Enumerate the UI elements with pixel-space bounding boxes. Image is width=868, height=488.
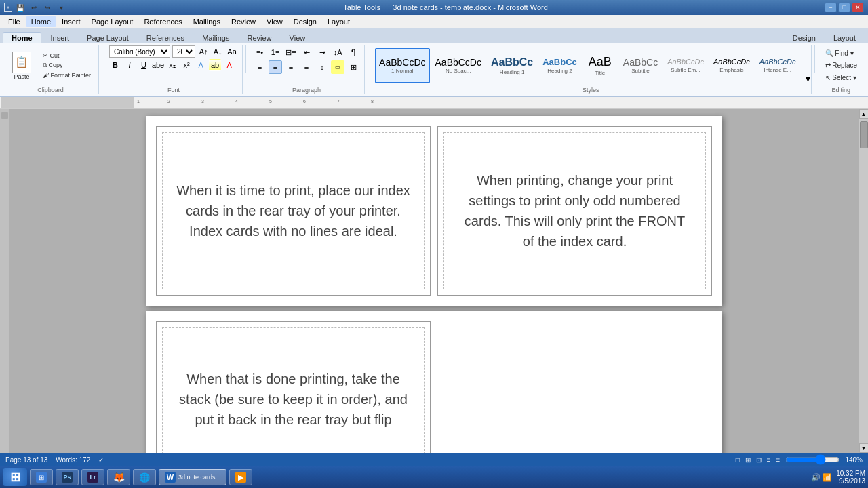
tab-references[interactable]: References bbox=[138, 33, 193, 43]
underline-button[interactable]: U bbox=[138, 59, 150, 71]
bullets-button[interactable]: ≡• bbox=[253, 45, 267, 59]
doc-scroll-area[interactable]: When it is time to print, place our inde… bbox=[9, 109, 859, 453]
font-color-button[interactable]: A bbox=[223, 59, 235, 71]
tab-view[interactable]: View bbox=[281, 33, 314, 43]
card-2-outer[interactable]: When printing, change your print setting… bbox=[437, 126, 712, 296]
style-emphasis[interactable]: AaBbCcDc Emphasis bbox=[709, 48, 754, 83]
sort-button[interactable]: ↕A bbox=[331, 45, 344, 59]
clear-format-button[interactable]: Aa bbox=[226, 45, 238, 58]
minimize-button[interactable]: − bbox=[825, 3, 837, 12]
style-subtitle[interactable]: AaBbCc Subtitle bbox=[619, 48, 662, 83]
taskbar-windows-btn[interactable]: ⊞ bbox=[30, 469, 53, 485]
view-outline[interactable]: ≡ bbox=[767, 456, 771, 464]
scroll-thumb[interactable] bbox=[860, 121, 868, 148]
scroll-down-arrow[interactable]: ▼ bbox=[859, 443, 869, 453]
tab-home[interactable]: Home bbox=[3, 32, 41, 43]
align-right-button[interactable]: ≡ bbox=[284, 60, 298, 74]
lightroom-icon: Lr bbox=[87, 472, 98, 483]
menu-design[interactable]: Design bbox=[288, 16, 322, 27]
superscript-button[interactable]: x² bbox=[180, 59, 193, 71]
font-size-select[interactable]: 20 bbox=[172, 45, 195, 58]
paste-button[interactable]: 📋 Paste bbox=[7, 48, 37, 83]
clipboard-group: 📋 Paste ✂ Cut ⧉ Copy 🖌 Format Painter Cl… bbox=[3, 45, 99, 94]
highlight-button[interactable]: ab bbox=[209, 59, 221, 71]
tab-review[interactable]: Review bbox=[239, 33, 279, 43]
tab-insert[interactable]: Insert bbox=[43, 33, 78, 43]
menu-insert[interactable]: Insert bbox=[56, 16, 86, 27]
card-3-outer[interactable]: When that is done printing, take the sta… bbox=[156, 321, 431, 453]
style-subtle-em[interactable]: AaBbCcDc Subtle Em... bbox=[663, 48, 708, 83]
style-intense-em[interactable]: AaBbCcDc Intense E... bbox=[755, 48, 800, 83]
style-heading1[interactable]: AaBbCc Heading 1 bbox=[487, 48, 537, 83]
menu-references[interactable]: References bbox=[138, 16, 187, 27]
increase-indent-button[interactable]: ⇥ bbox=[315, 45, 329, 59]
taskbar-word-btn[interactable]: W 3d note cards... bbox=[159, 469, 226, 485]
tab-mailings[interactable]: Mailings bbox=[194, 33, 237, 43]
view-full-screen[interactable]: ⊞ bbox=[745, 456, 751, 464]
card-1-outer[interactable]: When it is time to print, place our inde… bbox=[156, 126, 431, 296]
menu-home[interactable]: Home bbox=[26, 16, 56, 27]
find-button[interactable]: 🔍 Find ▾ bbox=[822, 48, 861, 58]
scrollbar-vertical[interactable]: ▲ ▼ bbox=[859, 109, 868, 453]
tab-layout[interactable]: Layout bbox=[825, 33, 864, 43]
copy-button[interactable]: ⧉ Copy bbox=[39, 60, 94, 70]
strikethrough-button[interactable]: abe bbox=[152, 59, 164, 71]
menu-view[interactable]: View bbox=[261, 16, 288, 27]
justify-button[interactable]: ≡ bbox=[300, 60, 313, 74]
side-btn-1[interactable] bbox=[1, 112, 8, 119]
style-no-space[interactable]: AaBbCcDc No Spac... bbox=[431, 48, 486, 83]
taskbar-photoshop-btn[interactable]: Ps bbox=[56, 469, 79, 485]
italic-button[interactable]: I bbox=[123, 59, 136, 71]
word-icon: W bbox=[165, 472, 176, 483]
view-draft[interactable]: ≡ bbox=[776, 456, 781, 464]
quick-save[interactable]: 💾 bbox=[15, 2, 26, 13]
quick-undo[interactable]: ↩ bbox=[28, 2, 39, 13]
bold-button[interactable]: B bbox=[109, 59, 121, 71]
align-left-button[interactable]: ≡ bbox=[253, 60, 267, 74]
taskbar-firefox-btn[interactable]: 🦊 bbox=[107, 469, 130, 485]
styles-more-button[interactable]: ▾ bbox=[802, 72, 815, 85]
close-button[interactable]: ✕ bbox=[852, 3, 864, 12]
shading-button[interactable]: ▭ bbox=[331, 60, 344, 74]
menu-file[interactable]: File bbox=[3, 16, 26, 27]
style-heading2[interactable]: AaBbCc Heading 2 bbox=[538, 48, 581, 83]
menu-page-layout[interactable]: Page Layout bbox=[86, 16, 139, 27]
customize-qa[interactable]: ▾ bbox=[56, 2, 66, 13]
view-web-layout[interactable]: ⊡ bbox=[756, 456, 762, 464]
align-center-button[interactable]: ≡ bbox=[269, 60, 282, 74]
replace-button[interactable]: ⇄ Replace bbox=[822, 60, 861, 70]
taskbar-lightroom-btn[interactable]: Lr bbox=[81, 469, 104, 485]
font-family-select[interactable]: Calibri (Body) bbox=[109, 45, 170, 58]
style-normal[interactable]: AaBbCcDc 1 Normal bbox=[375, 48, 429, 83]
select-button[interactable]: ↖ Select ▾ bbox=[822, 73, 861, 83]
show-para-button[interactable]: ¶ bbox=[347, 45, 360, 59]
scroll-up-arrow[interactable]: ▲ bbox=[859, 109, 869, 119]
format-painter-button[interactable]: 🖌 Format Painter bbox=[39, 70, 94, 80]
multilevel-button[interactable]: ⊟≡ bbox=[284, 45, 298, 59]
numbering-button[interactable]: 1≡ bbox=[269, 45, 282, 59]
borders-button[interactable]: ⊞ bbox=[347, 60, 360, 74]
decrease-indent-button[interactable]: ⇤ bbox=[300, 45, 313, 59]
line-spacing-button[interactable]: ↕ bbox=[315, 60, 329, 74]
text-effects-button[interactable]: A bbox=[195, 59, 207, 71]
font-shrink-button[interactable]: A↓ bbox=[212, 45, 224, 58]
menu-review[interactable]: Review bbox=[226, 16, 261, 27]
font-grow-button[interactable]: A↑ bbox=[197, 45, 210, 58]
quick-redo[interactable]: ↪ bbox=[42, 2, 53, 13]
proofing-icon[interactable]: ✓ bbox=[98, 456, 104, 464]
taskbar-vlc-btn[interactable]: ▶ bbox=[229, 469, 252, 485]
separator-1 bbox=[102, 45, 102, 73]
zoom-slider[interactable] bbox=[785, 455, 840, 464]
taskbar-chrome-btn[interactable]: 🌐 bbox=[133, 469, 156, 485]
page-bottom: When that is done printing, take the sta… bbox=[146, 311, 722, 453]
cut-button[interactable]: ✂ Cut bbox=[39, 51, 94, 60]
style-title[interactable]: AaB Title bbox=[583, 48, 618, 83]
start-button[interactable]: ⊞ bbox=[3, 468, 27, 486]
subscript-button[interactable]: x₂ bbox=[166, 59, 178, 71]
menu-layout[interactable]: Layout bbox=[322, 16, 355, 27]
view-print-layout[interactable]: □ bbox=[736, 456, 740, 464]
tab-page-layout[interactable]: Page Layout bbox=[79, 33, 137, 43]
tab-design[interactable]: Design bbox=[785, 33, 824, 43]
maximize-button[interactable]: □ bbox=[838, 3, 850, 12]
menu-mailings[interactable]: Mailings bbox=[188, 16, 226, 27]
